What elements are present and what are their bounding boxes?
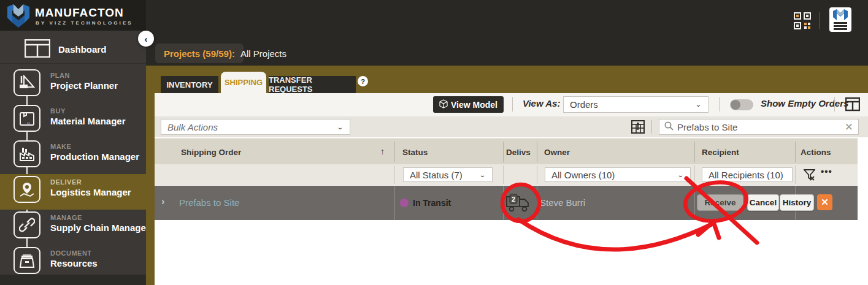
content-left-border bbox=[146, 93, 155, 285]
sidebar-item-label: Project Planner bbox=[50, 80, 118, 91]
brand-name: MANUFACTON bbox=[35, 6, 124, 20]
bulk-actions-value: Bulk Actions bbox=[167, 122, 218, 132]
expand-row-icon[interactable]: › bbox=[161, 196, 164, 207]
status-filter-select[interactable]: All Status (7) ⌄ bbox=[403, 167, 493, 182]
dashboard-icon bbox=[25, 39, 50, 60]
archive-box-icon bbox=[13, 247, 40, 274]
show-empty-orders-toggle[interactable] bbox=[730, 99, 753, 110]
projects-selection[interactable]: All Projects bbox=[240, 44, 286, 63]
cancel-button[interactable]: Cancel bbox=[747, 194, 779, 211]
owner-name: Steve Burri bbox=[540, 197, 585, 208]
deliveries-count: 2 bbox=[512, 196, 515, 203]
owner-filter-value: All Owners (10) bbox=[551, 170, 615, 180]
more-actions-icon[interactable]: ••• bbox=[821, 166, 832, 177]
column-header-shipping-order[interactable]: Shipping Order bbox=[181, 139, 241, 165]
help-icon[interactable]: ? bbox=[358, 76, 368, 86]
app-window: MANUFACTON BY VIZZ TECHNOLOGIES Projects… bbox=[0, 0, 868, 285]
toolbar-divider bbox=[512, 97, 513, 112]
drafting-icon bbox=[13, 69, 40, 96]
column-settings-icon[interactable] bbox=[845, 97, 860, 114]
sidebar-category: DELIVER bbox=[50, 178, 82, 186]
svg-text:,,: ,, bbox=[27, 119, 29, 124]
sidebar-item-label: Dashboard bbox=[58, 44, 106, 55]
recipient-filter-value: All Recipients (10) bbox=[709, 170, 783, 180]
chevron-down-icon: ⌄ bbox=[337, 123, 344, 131]
view-as-value: Orders bbox=[570, 99, 598, 110]
sidebar-category: PLAN bbox=[50, 72, 70, 79]
chevron-down-icon: ⌄ bbox=[479, 171, 486, 178]
tab-inventory[interactable]: INVENTORY bbox=[161, 76, 218, 93]
tab-shipping[interactable]: SHIPPING bbox=[221, 72, 266, 93]
toolbar-divider bbox=[834, 97, 835, 112]
clear-filters-icon[interactable] bbox=[804, 169, 815, 183]
table-header-row: Shipping Order ↑ Status Delivs Owner Rec… bbox=[155, 139, 858, 164]
receive-button[interactable]: Receive bbox=[697, 194, 743, 211]
view-model-label: View Model bbox=[451, 100, 497, 110]
recipient-filter-select[interactable]: All Recipients (10) bbox=[702, 167, 793, 182]
map-pin-icon bbox=[13, 176, 40, 203]
sidebar-category: MANAGE bbox=[50, 214, 82, 221]
export-grid-icon[interactable] bbox=[631, 120, 645, 136]
table-row[interactable]: › Prefabs to Site In Transit 2 Steve Bur… bbox=[155, 186, 858, 220]
factory-icon bbox=[13, 140, 40, 167]
history-button[interactable]: History bbox=[780, 194, 814, 211]
cube-icon bbox=[439, 99, 448, 110]
toolbar-divider bbox=[719, 97, 720, 112]
view-model-button[interactable]: View Model bbox=[433, 96, 504, 113]
package-icon: ,, bbox=[13, 105, 40, 132]
status-filter-value: All Status (7) bbox=[410, 170, 463, 180]
sidebar-category: MAKE bbox=[50, 143, 71, 150]
brand-tagline: BY VIZZ TECHNOLOGIES bbox=[36, 20, 133, 26]
status-dot-icon bbox=[400, 199, 409, 207]
sidebar-category: DOCUMENT bbox=[50, 249, 92, 257]
view-as-select[interactable]: Orders ⌄ bbox=[563, 96, 709, 113]
column-header-recipient[interactable]: Recipient bbox=[702, 139, 739, 165]
sidebar-collapse-button[interactable]: ‹ bbox=[138, 31, 154, 47]
close-row-button[interactable]: ✕ bbox=[817, 194, 832, 210]
search-box: ✕ bbox=[659, 119, 859, 135]
owner-filter-select[interactable]: All Owners (10) ⌄ bbox=[545, 167, 691, 182]
shipping-order-name[interactable]: Prefabs to Site bbox=[179, 197, 239, 208]
projects-count-chip[interactable]: Projects (59/59): bbox=[155, 44, 244, 63]
sidebar-item-label: Material Manager bbox=[50, 116, 126, 126]
sort-ascending-icon[interactable]: ↑ bbox=[380, 146, 385, 156]
sidebar-item-label: Logistics Manager bbox=[50, 187, 131, 197]
chevron-down-icon: ⌄ bbox=[677, 171, 684, 178]
bulk-actions-select[interactable]: Bulk Actions ⌄ bbox=[161, 119, 350, 135]
column-header-status[interactable]: Status bbox=[402, 139, 428, 165]
column-header-actions: Actions bbox=[801, 139, 831, 165]
clear-search-icon[interactable]: ✕ bbox=[845, 121, 853, 134]
manufacton-document-icon[interactable] bbox=[829, 7, 851, 32]
chain-link-icon bbox=[13, 211, 40, 238]
search-input[interactable] bbox=[677, 122, 841, 132]
sidebar-item-label: Production Manager bbox=[50, 151, 139, 162]
column-header-delivs[interactable]: Delivs bbox=[506, 139, 531, 165]
chevron-down-icon: ⌄ bbox=[695, 101, 702, 108]
tab-transfer-requests[interactable]: TRANSFER REQUESTS bbox=[269, 76, 356, 93]
manufacton-logo-icon bbox=[6, 4, 31, 30]
deliveries-truck-icon[interactable]: 2 bbox=[506, 194, 531, 215]
qr-scanner-icon[interactable] bbox=[794, 12, 811, 29]
sidebar-item-label: Supply Chain Manager bbox=[50, 222, 150, 233]
topbar-divider bbox=[820, 12, 820, 29]
table-filter-row: All Status (7) ⌄ All Owners (10) ⌄ All R… bbox=[155, 164, 858, 185]
view-as-label: View As: bbox=[523, 98, 560, 108]
sidebar-footer-strip bbox=[0, 275, 146, 285]
bulk-row-divider bbox=[651, 120, 652, 134]
status-text: In Transit bbox=[413, 198, 451, 208]
sidebar-category: BUY bbox=[50, 107, 66, 115]
show-empty-orders-label: Show Empty Orders bbox=[761, 98, 848, 108]
search-icon bbox=[664, 121, 674, 133]
column-header-owner[interactable]: Owner bbox=[544, 139, 570, 165]
sidebar-item-label: Resources bbox=[50, 258, 98, 268]
